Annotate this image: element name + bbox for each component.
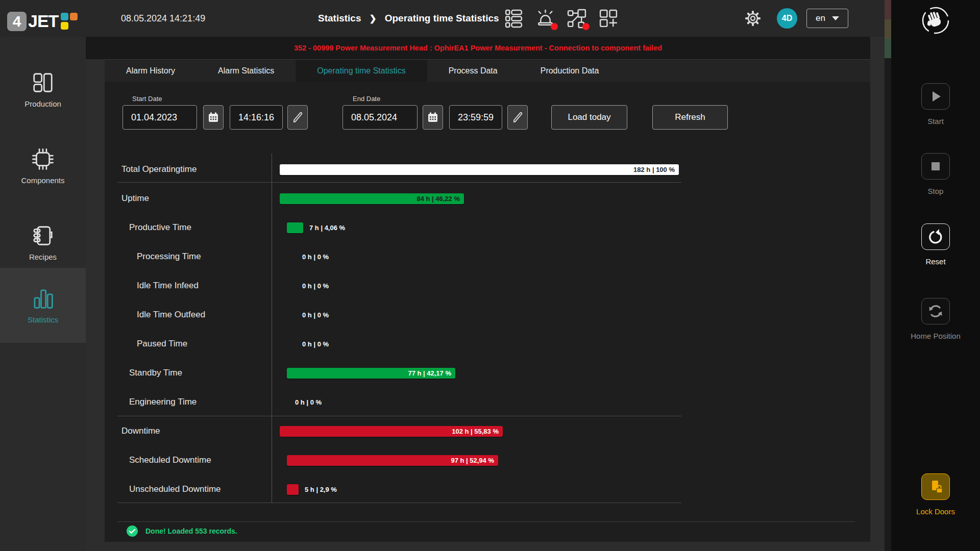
control-label: Stop [928, 187, 944, 195]
chart-row-processing-time: Processing Time0 h | 0 % [105, 242, 870, 271]
load-today-button[interactable]: Load today [551, 105, 627, 130]
operating-time-statistics-panel: Start Date 01.04.2023 14:16:16 End Date … [105, 82, 870, 542]
row-label-unscheduled-downtime: Unscheduled Downtime [105, 484, 272, 494]
chart-row-scheduled-downtime: Scheduled Downtime97 h | 52,94 % [105, 446, 870, 475]
bar-track: 5 h | 2,9 % [280, 484, 679, 495]
start-date-input[interactable]: 01.04.2023 [122, 105, 197, 130]
bar-track: 0 h | 0 % [280, 397, 679, 408]
pencil-icon [511, 111, 524, 123]
datetime-display: 08.05.2024 14:21:49 [121, 0, 205, 37]
row-label-paused-time: Paused Time [105, 339, 272, 349]
component-network-icon[interactable] [567, 8, 587, 29]
language-selected-value: en [816, 13, 825, 23]
alarm-beacon-icon[interactable] [535, 8, 556, 29]
bar-value-total-operatingtime: 182 h | 100 % [633, 166, 675, 173]
start-time-edit-button[interactable] [287, 105, 308, 130]
row-label-scheduled-downtime: Scheduled Downtime [105, 455, 272, 465]
tower-light-green [885, 39, 891, 58]
production-icon [31, 71, 55, 94]
manual-mode-hand-icon[interactable] [921, 6, 950, 35]
row-label-idle-time-outfeed: Idle Time Outfeed [105, 310, 272, 320]
tower-light-yellow [885, 19, 891, 39]
end-date-calendar-button[interactable] [423, 105, 443, 130]
calendar-icon [427, 111, 439, 123]
home-position-sync-icon [927, 303, 944, 320]
bar-track: 0 h | 0 % [280, 281, 679, 291]
alarm-banner-text: 352 - 00999 Power Measurement Head : Oph… [294, 44, 662, 52]
bar-unscheduled-downtime [287, 484, 299, 495]
bar-scheduled-downtime: 97 h | 52,94 % [287, 455, 498, 466]
bar-value-paused-time: 0 h | 0 % [302, 340, 329, 348]
components-icon [31, 147, 55, 171]
end-time-input[interactable]: 23:59:59 [449, 105, 502, 130]
lock-doors-icon [927, 478, 944, 495]
start-time-input[interactable]: 14:16:16 [230, 105, 283, 130]
start-date-calendar-button[interactable] [203, 105, 224, 130]
user-avatar[interactable]: 4D [777, 8, 797, 29]
sidebar-item-production[interactable]: Production [0, 51, 86, 128]
logo-jet-text: JET [28, 11, 58, 31]
bar-value-standby-time: 77 h | 42,17 % [408, 369, 451, 377]
status-divider [117, 521, 855, 522]
home-position-button[interactable]: Home Position [891, 298, 980, 340]
tab-alarm-statistics[interactable]: Alarm Statistics [197, 60, 296, 82]
refresh-button[interactable]: Refresh [652, 105, 728, 130]
bar-track: 7 h | 4,06 % [280, 222, 679, 233]
top-header-bar: 4 JET 08.05.2024 14:21:49 Statistics ❯ O… [0, 0, 885, 37]
tab-alarm-history[interactable]: Alarm History [105, 60, 197, 82]
chart-row-engineering-time: Engineering Time0 h | 0 % [105, 388, 870, 417]
reset-button[interactable]: Reset [891, 223, 980, 266]
start-date-label: Start Date [132, 95, 162, 103]
check-circle-icon [127, 525, 138, 537]
sidebar-item-statistics[interactable]: Statistics [0, 268, 86, 343]
logo-dots [61, 13, 78, 30]
stop-button[interactable]: Stop [891, 153, 980, 195]
order-list-icon[interactable] [503, 8, 524, 29]
tab-process-data[interactable]: Process Data [427, 60, 519, 82]
sidebar-item-components[interactable]: Components [0, 128, 86, 204]
bar-value-scheduled-downtime: 97 h | 52,94 % [451, 457, 494, 464]
section-divider [117, 416, 681, 416]
bar-value-uptime: 84 h | 46,22 % [416, 195, 460, 203]
row-label-uptime: Uptime [105, 193, 272, 204]
active-alarm-banner[interactable]: 352 - 00999 Power Measurement Head : Oph… [86, 37, 870, 59]
logo-dot-orange [70, 13, 78, 20]
end-time-edit-button[interactable] [507, 105, 528, 130]
bar-track: 84 h | 46,22 % [280, 193, 679, 204]
breadcrumb-section[interactable]: Statistics [318, 13, 361, 24]
tab-production-data[interactable]: Production Data [519, 60, 621, 82]
breadcrumb-page: Operating time Statistics [385, 13, 499, 24]
gear-icon[interactable] [743, 8, 763, 29]
row-label-idle-time-infeed: Idle Time Infeed [105, 281, 272, 291]
section-divider [117, 503, 681, 503]
row-label-engineering-time: Engineering Time [105, 397, 272, 407]
control-label: Lock Doors [916, 507, 955, 516]
lock-doors-button[interactable]: Lock Doors [891, 473, 980, 516]
language-selector[interactable]: en [806, 9, 848, 28]
grid-add-icon[interactable] [598, 8, 619, 29]
logo-dot-yellow [61, 22, 68, 30]
application-window: 4 JET 08.05.2024 14:21:49 Statistics ❯ O… [0, 0, 980, 551]
tab-operating-time-statistics[interactable]: Operating time Statistics [296, 60, 427, 82]
chart-row-paused-time: Paused Time0 h | 0 % [105, 330, 870, 359]
sidebar-item-label: Components [21, 176, 64, 185]
end-date-input[interactable]: 08.05.2024 [342, 105, 418, 130]
chart-row-unscheduled-downtime: Unscheduled Downtime5 h | 2,9 % [105, 475, 870, 504]
reset-arrow-icon [927, 228, 944, 245]
sidebar-item-label: Statistics [28, 315, 58, 324]
recipes-icon [31, 224, 55, 247]
logo-4-square: 4 [7, 12, 27, 31]
bar-value-unscheduled-downtime: 5 h | 2,9 % [305, 486, 337, 493]
bar-value-downtime: 102 h | 55,83 % [452, 428, 499, 435]
bar-value-idle-time-outfeed: 0 h | 0 % [302, 311, 329, 319]
row-label-standby-time: Standby Time [105, 368, 272, 378]
logo-dot-empty [70, 22, 78, 30]
bar-uptime: 84 h | 46,22 % [280, 193, 464, 204]
calendar-icon [207, 111, 219, 123]
control-label: Home Position [911, 332, 961, 340]
breadcrumb: Statistics ❯ Operating time Statistics [318, 0, 499, 37]
chart-row-total-operatingtime: Total Operatingtime182 h | 100 % [105, 155, 870, 184]
start-button[interactable]: Start [891, 83, 980, 126]
section-divider [117, 182, 681, 183]
left-navigation-sidebar: Production Components Recipes [0, 37, 86, 551]
